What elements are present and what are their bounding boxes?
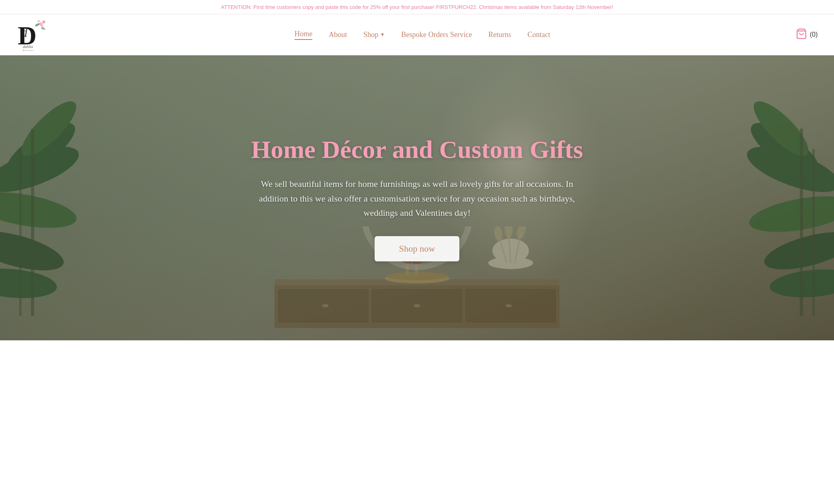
hero-subtitle: We sell beautiful items for home furnish…: [254, 177, 580, 220]
hero-section: Home Décor and Custom Gifts We sell beau…: [0, 55, 834, 340]
hero-content: Home Décor and Custom Gifts We sell beau…: [0, 55, 834, 340]
nav-item-about[interactable]: About: [329, 31, 347, 39]
nav-item-returns[interactable]: Returns: [488, 31, 511, 39]
svg-text:dahlia: dahlia: [23, 44, 33, 49]
announcement-text: ATTENTION: First time customers copy and…: [221, 4, 613, 10]
svg-point-5: [41, 25, 43, 27]
svg-point-3: [42, 20, 45, 23]
cart-count: (0): [810, 31, 818, 38]
nav-item-bespoke[interactable]: Bespoke Orders Service: [401, 31, 472, 39]
nav-item-contact[interactable]: Contact: [527, 31, 550, 39]
announcement-bar: ATTENTION: First time customers copy and…: [0, 0, 834, 14]
shop-dropdown-chevron: ▼: [380, 32, 385, 38]
header: D d dahlia designs Home About: [0, 14, 834, 55]
shop-now-button[interactable]: Shop now: [375, 236, 460, 261]
nav: Home About Shop ▼ Bespoke Orders Service…: [49, 30, 796, 40]
nav-item-home[interactable]: Home: [294, 30, 312, 40]
svg-text:d: d: [21, 25, 28, 40]
logo-icon: D d dahlia designs: [16, 18, 49, 51]
svg-point-4: [37, 20, 40, 22]
svg-point-7: [41, 27, 46, 30]
nav-item-shop[interactable]: Shop ▼: [363, 31, 385, 39]
cart-area[interactable]: (0): [796, 28, 818, 41]
logo-area[interactable]: D d dahlia designs: [16, 18, 49, 51]
hero-title: Home Décor and Custom Gifts: [251, 134, 583, 164]
cart-icon: [796, 28, 807, 41]
svg-text:designs: designs: [22, 49, 34, 51]
